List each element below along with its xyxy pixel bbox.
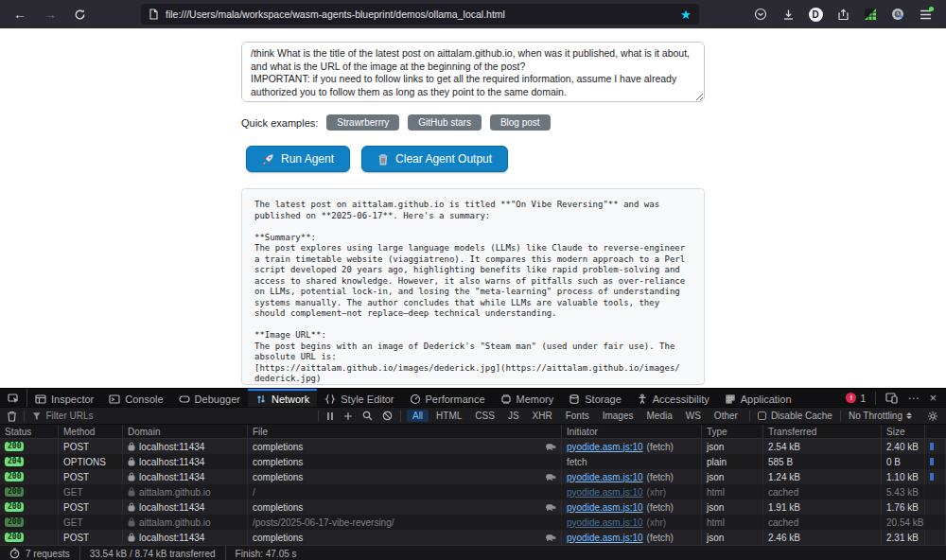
domain-cell: aittalam.github.io <box>123 484 248 499</box>
network-request-row[interactable]: 200 POST localhost:11434 completions pyo… <box>0 439 946 454</box>
url-bar[interactable]: file:///Users/mala/workspace/wasm-agents… <box>141 4 699 25</box>
filter-pill[interactable]: Fonts <box>560 410 595 422</box>
size-cell: 5.43 kB <box>882 484 925 499</box>
clear-requests-icon[interactable] <box>0 411 25 422</box>
network-request-row[interactable]: 200 POST localhost:11434 completions pyo… <box>0 530 946 545</box>
devtools-tab[interactable]: Storage <box>561 389 629 407</box>
devtools-tab[interactable]: Network <box>248 389 317 407</box>
extension-grid-icon[interactable] <box>863 7 878 22</box>
pause-icon[interactable] <box>326 411 334 421</box>
run-agent-button[interactable]: Run Agent <box>246 146 350 172</box>
error-counter[interactable]: ! 1 <box>846 393 866 404</box>
initiator-link[interactable]: pyodide.asm.js:10 <box>567 517 643 528</box>
filter-pill[interactable]: Images <box>597 410 639 422</box>
responsive-mode-icon[interactable] <box>885 393 898 404</box>
method-cell: POST <box>59 439 123 454</box>
waterfall-bar <box>930 443 934 450</box>
devtools-tab[interactable]: Debugger <box>171 389 248 407</box>
menu-icon[interactable] <box>918 7 933 22</box>
column-header[interactable]: Method <box>59 425 123 438</box>
disable-cache-checkbox[interactable] <box>758 411 766 420</box>
column-header[interactable]: Size <box>882 425 925 438</box>
bookmark-star-icon[interactable]: ★ <box>680 9 692 21</box>
search-icon[interactable] <box>362 411 373 421</box>
network-request-row[interactable]: 204 OPTIONS localhost:11434 completions … <box>0 454 946 469</box>
disable-cache-control[interactable]: Disable Cache <box>749 411 840 421</box>
share-icon[interactable] <box>835 7 850 22</box>
pick-element-icon[interactable] <box>0 389 27 407</box>
devtools-tab[interactable]: Memory <box>493 389 562 407</box>
filter-pill[interactable]: XHR <box>527 410 558 422</box>
forward-icon[interactable]: → <box>44 8 57 21</box>
lock-icon <box>128 487 135 497</box>
initiator-link[interactable]: pyodide.asm.js:10 <box>567 442 643 452</box>
size-cell: 2.31 kB <box>882 530 925 545</box>
network-request-row[interactable]: 200 GET aittalam.github.io / pyodide.asm… <box>0 484 946 499</box>
file-cell: completions <box>248 439 562 454</box>
filter-urls-field[interactable] <box>25 411 318 421</box>
transferred-cell: cached <box>763 515 882 530</box>
initiator-link[interactable]: pyodide.asm.js:10 <box>567 472 643 482</box>
error-icon: ! <box>846 393 856 403</box>
domain-cell: localhost:11434 <box>123 439 248 454</box>
quick-example-button[interactable]: Blog post <box>490 114 551 131</box>
transferred-cell: cached <box>763 484 882 499</box>
filter-pill[interactable]: HTML <box>430 410 467 422</box>
extension-d-icon[interactable]: D <box>808 7 823 22</box>
column-header[interactable]: Domain <box>123 425 248 438</box>
column-header[interactable]: Transferred <box>763 425 882 438</box>
initiator-cell: pyodide.asm.js:10 (fetch) <box>562 499 702 515</box>
lock-icon <box>128 533 135 542</box>
agent-output-panel[interactable]: The latest post on aittalam.github.io is… <box>241 188 705 385</box>
initiator-cell: pyodide.asm.js:10 (xhr) <box>562 515 702 530</box>
transferred-cell: 585 B <box>763 454 882 469</box>
filter-pill[interactable]: JS <box>502 410 525 422</box>
lock-icon <box>128 517 135 527</box>
turtle-icon <box>544 503 556 511</box>
tab-icon <box>109 394 120 405</box>
clear-output-button[interactable]: Clear Agent Output <box>361 146 508 172</box>
pocket-icon[interactable] <box>753 7 768 22</box>
status-cell: 200 <box>0 484 59 499</box>
initiator-link[interactable]: pyodide.asm.js:10 <box>567 487 643 498</box>
column-header[interactable]: File <box>248 425 562 438</box>
devtools-tabs: Inspector Console Debugger Network Style… <box>27 389 799 407</box>
devtools-tab[interactable]: Style Editor <box>317 389 401 407</box>
devtools-tab[interactable]: Accessibility <box>629 389 717 407</box>
filter-pill[interactable]: WS <box>680 410 707 422</box>
devtools-close-icon[interactable]: × <box>929 391 937 405</box>
type-cell: json <box>702 469 763 484</box>
filter-pill[interactable]: Media <box>641 410 678 422</box>
initiator-link[interactable]: pyodide.asm.js:10 <box>567 533 643 543</box>
filter-urls-input[interactable] <box>46 411 310 421</box>
quick-example-button[interactable]: GitHub stars <box>408 114 482 131</box>
column-header[interactable]: Initiator <box>562 425 702 438</box>
initiator-cell: pyodide.asm.js:10 (fetch) <box>562 439 702 454</box>
throttling-dropdown[interactable]: No Throttling <box>840 411 920 421</box>
devtools-tab[interactable]: Performance <box>402 389 493 407</box>
download-icon[interactable] <box>780 7 796 22</box>
network-request-row[interactable]: 200 GET aittalam.github.io /posts/2025-0… <box>0 515 946 530</box>
prompt-input[interactable]: /think What is the title of the latest p… <box>241 42 705 102</box>
extension-clock-icon[interactable] <box>890 7 905 22</box>
block-icon[interactable] <box>382 411 393 421</box>
add-request-icon[interactable] <box>343 411 353 421</box>
initiator-link[interactable]: pyodide.asm.js:10 <box>567 502 643 513</box>
filter-pill[interactable]: CSS <box>469 410 500 422</box>
reload-icon[interactable] <box>74 9 86 21</box>
devtools-menu-icon[interactable]: ⋯ <box>907 392 920 405</box>
filter-pill[interactable]: Other <box>709 410 744 422</box>
network-request-row[interactable]: 200 POST localhost:11434 completions pyo… <box>0 499 946 515</box>
devtools-tab[interactable]: Inspector <box>27 389 101 407</box>
column-header[interactable]: Type <box>702 425 763 438</box>
lock-icon <box>128 472 135 481</box>
network-toolbar: AllHTMLCSSJSXHRFontsImagesMediaWSOther D… <box>0 407 946 424</box>
devtools-tab[interactable]: Application <box>717 389 799 407</box>
filter-pill[interactable]: All <box>407 410 429 422</box>
quick-example-button[interactable]: Strawrberrry <box>326 114 399 131</box>
network-request-row[interactable]: 200 POST localhost:11434 completions pyo… <box>0 469 946 484</box>
devtools-tab[interactable]: Console <box>101 389 170 407</box>
column-header[interactable]: Status <box>0 425 59 438</box>
network-settings-icon[interactable] <box>920 411 946 422</box>
back-icon[interactable]: ← <box>13 8 26 21</box>
